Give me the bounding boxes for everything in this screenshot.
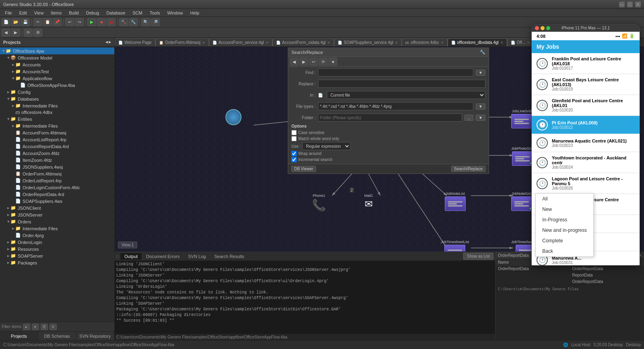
in-dropdown[interactable]: Current file (327, 91, 485, 99)
stab-svn-repository[interactable]: SVN Repository (76, 332, 114, 340)
open-button[interactable]: 📂 (11, 18, 20, 26)
flow-node-mail1[interactable]: Mail1 ✉ (364, 194, 373, 210)
db-viewer-button[interactable]: DB Viewer (291, 166, 316, 172)
job-item-4[interactable]: 🕐 Manurewa Aquatic Centre (AKL021) Job:0… (532, 134, 640, 152)
tree-item-orderform[interactable]: 📋 OrderForm.4fdmwsj (0, 170, 114, 177)
otab-search-results[interactable]: Search Results (210, 253, 249, 260)
filter-clear-button[interactable]: ✕ (50, 324, 57, 330)
tab-accountform-service[interactable]: 📄 AccountForm_service.4gl ✕ (209, 38, 272, 46)
tree-item-accountform[interactable]: 📋 AccountForm.4fdmwsj (0, 129, 114, 136)
tab-officestore-dbxdata[interactable]: 📄 officestore_dbxdata.4gl ✕ (448, 38, 507, 46)
flow-node-jobphotogrid[interactable]: JobPhotoGrid (511, 147, 533, 166)
job-item-1[interactable]: 🕐 East Coast Bays Leisure Centre (AKL013… (532, 74, 640, 95)
tree-item-orderlogincustomform[interactable]: 📄 OrderLoginCustomForm.4fdc (0, 184, 114, 191)
run-button[interactable]: ▶ (87, 18, 96, 26)
flow-node-phone1[interactable]: Phone1 📞 (312, 194, 326, 212)
window-controls[interactable]: — □ ✕ (619, 2, 641, 7)
new-button[interactable]: 📄 (2, 18, 10, 26)
tree-item-jsonsuppliers[interactable]: 📄 JSONSuppliers.4wsj (0, 163, 114, 170)
tree-item-appflow-file[interactable]: 📄 OfficeStoreAppFlow.4ba (0, 82, 114, 89)
job-item-0[interactable]: 🕐 Franklin Pool and Leisure Centre (AKL0… (532, 53, 640, 74)
tab-welcome-page[interactable]: 📄 Welcome Page (115, 38, 155, 46)
minimize-button[interactable]: — (619, 2, 625, 7)
undo-button[interactable]: ↩ (65, 18, 74, 26)
folder-dropdown-btn[interactable]: ▼ (476, 115, 485, 121)
otab-svn-log[interactable]: SVN Log (184, 253, 210, 260)
incremental-checkbox[interactable] (291, 157, 297, 162)
folder-input[interactable] (318, 114, 462, 122)
build-all-button[interactable]: 🔧 (129, 18, 138, 26)
menu-items[interactable]: Items (47, 10, 65, 16)
menu-scm[interactable]: SCM (129, 10, 145, 16)
sidebar-resize[interactable]: ◂ ▸ (105, 39, 111, 45)
cut-button[interactable]: ✂ (33, 18, 42, 26)
filter-collapse-button[interactable]: ▸ (23, 324, 30, 330)
show-as-list-button[interactable]: Show as List (463, 253, 493, 260)
wrap-around-checkbox[interactable] (291, 151, 297, 156)
dd-item-complete[interactable]: Complete (536, 235, 593, 246)
tree-item-officestore-4pw[interactable]: ▾ 📁 OfficeStore.4pw (0, 47, 114, 54)
job-item-2[interactable]: 🕐 Glenfield Pool and Leisure Centre (AKL… (532, 95, 640, 116)
job-item-3[interactable]: 🕐 Pt Erin Pool (AKL008) Job:010022 (532, 116, 640, 134)
tree-item-soapsuppliers[interactable]: 📄 SOAPSuppliers.4ws (0, 198, 114, 204)
tree-item-orders-intermediate[interactable]: ▸ 📁 Intermediate Files (0, 225, 114, 232)
tree-item-orderlistreport[interactable]: 📄 OrderListReport.4rp (0, 177, 114, 184)
menu-database[interactable]: Database (103, 10, 128, 16)
tree-item-packages[interactable]: ▸ 📁 Packages (0, 259, 114, 266)
match-whole-word-checkbox[interactable] (291, 136, 297, 141)
filetypes-browse-btn[interactable]: ▼ (476, 103, 485, 109)
tree-item-resources[interactable]: ▸ 📁 Resources (0, 246, 114, 252)
menu-edit[interactable]: Edit (16, 10, 30, 16)
zoom-in-button[interactable]: 🔍 (141, 18, 150, 26)
tree-item-accounts[interactable]: ▸ 📁 Accounts (0, 61, 114, 68)
build-button[interactable]: 🔨 (119, 18, 128, 26)
tree-item-entities[interactable]: ▾ 📁 Entities (0, 116, 114, 122)
tree-item-databases[interactable]: ▾ 📁 Databases (0, 95, 114, 102)
find-options-btn[interactable]: ▼ (476, 70, 485, 76)
tab-orderform[interactable]: 📋 OrderForm.4fdmwsj ✕ (155, 38, 209, 46)
tree-item-officestore-model[interactable]: ▾ 📦 Officestore Model (0, 54, 114, 61)
search-replace-all-btn[interactable]: ⟳ (319, 58, 328, 66)
tree-item-db-intermediate[interactable]: ▸ 📁 Intermediate Files (0, 102, 114, 109)
job-item-5[interactable]: 🕐 Youthtown Incorporated - Auckland cent… (532, 152, 640, 173)
tab-soapsuppliers-service[interactable]: 📄 SOAPSuppliers_service.4gl ✕ (334, 38, 402, 46)
flow-node-main[interactable]: main (229, 109, 237, 114)
menu-window[interactable]: Window (164, 10, 186, 16)
tab-off-overflow[interactable]: 📄 Off... ✕ (507, 38, 534, 46)
search-replace-btn[interactable]: ↩ (309, 58, 318, 66)
debug-button[interactable]: 🐞 (107, 18, 116, 26)
traffic-light-red[interactable] (535, 26, 539, 30)
tree-item-orderslogin[interactable]: ▸ 📁 OrdersLogin (0, 239, 114, 246)
stop-button[interactable]: ■ (97, 18, 106, 26)
tree-item-jsonserver[interactable]: ▸ 📁 JSONServer (0, 211, 114, 218)
next-button[interactable]: ▶ (11, 29, 20, 37)
stab-projects[interactable]: Projects (0, 332, 38, 340)
menu-help[interactable]: Help (187, 10, 203, 16)
flow-node-jobtimesheetlist[interactable]: JobTimesheetList (441, 240, 469, 252)
tree-item-accountlistreport[interactable]: 📄 AccountListReport.4rp (0, 136, 114, 143)
refresh-button[interactable]: ⟳ (24, 29, 33, 37)
flow-node-jobnotegrid[interactable]: JobNoteGrid (511, 192, 532, 211)
otab-output[interactable]: Output (120, 253, 142, 260)
tree-item-applicationflow[interactable]: ▾ 📁 Applicationflow (0, 75, 114, 82)
redo-button[interactable]: ↪ (75, 18, 84, 26)
tree-item-jsonclient[interactable]: ▸ 📁 JSONClient (0, 204, 114, 211)
flow-node-jobnotelist[interactable]: JobNoteList (445, 192, 466, 211)
dd-item-back[interactable]: Back (536, 246, 593, 256)
filetypes-input[interactable] (318, 102, 473, 110)
copy-button[interactable]: 📋 (43, 18, 52, 26)
traffic-light-green[interactable] (546, 26, 550, 30)
find-input[interactable] (318, 68, 473, 76)
search-mark-btn[interactable]: ★ (328, 58, 337, 66)
save-button[interactable]: 💾 (21, 18, 30, 26)
menu-build[interactable]: Build (66, 10, 82, 16)
close-button[interactable]: ✕ (635, 2, 641, 7)
menu-debug[interactable]: Debug (83, 10, 102, 16)
tree-item-entities-intermediate[interactable]: ▸ 📁 Intermediate Files (0, 122, 114, 129)
filter-settings-button[interactable]: ☰ (41, 324, 48, 330)
prev-button[interactable]: ◀ (2, 29, 10, 37)
menu-tools[interactable]: Tools (147, 10, 163, 16)
dd-item-in-progress[interactable]: In-Progress (536, 215, 593, 225)
settings-button[interactable]: ⚙ (33, 29, 42, 37)
tree-item-soapserver[interactable]: ▸ 📁 SOAPServer (0, 252, 114, 259)
